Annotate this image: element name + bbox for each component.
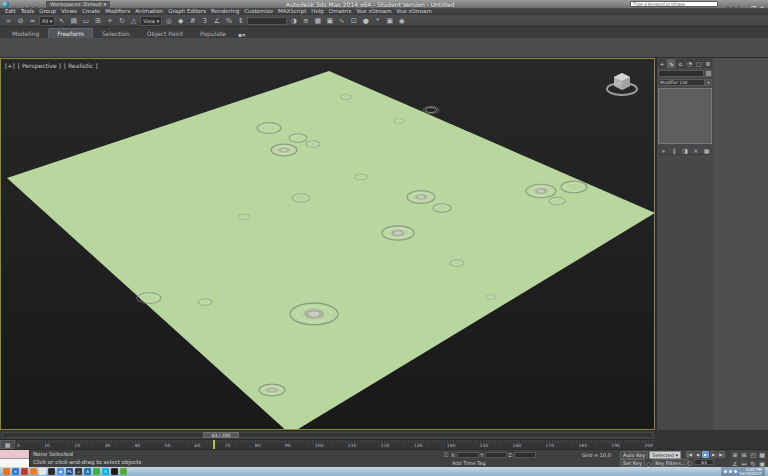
percent-snap-icon[interactable]: % xyxy=(223,16,234,26)
modifier-list-dropdown[interactable]: Modifier List xyxy=(658,79,705,86)
material-editor-icon[interactable]: ● xyxy=(360,16,371,26)
taskbar-app-notepad[interactable] xyxy=(39,468,46,475)
set-keys-icon[interactable]: ○ xyxy=(646,460,651,467)
previous-frame-button[interactable]: ◀ xyxy=(694,451,701,458)
menu-item[interactable]: Animation xyxy=(135,8,163,15)
selection-region-icon[interactable]: ▭ xyxy=(80,16,91,26)
view-cube[interactable] xyxy=(604,67,640,101)
ribbon-tab[interactable]: Modeling xyxy=(4,29,47,38)
select-object-icon[interactable]: ↖ xyxy=(56,16,67,26)
object-name-field[interactable] xyxy=(658,70,704,77)
modifier-list-arrow-icon[interactable]: ▾ xyxy=(705,79,712,86)
maxscript-mini-listener[interactable] xyxy=(0,450,30,467)
curve-editor-icon[interactable]: ∿ xyxy=(336,16,347,26)
zoom-extents-icon[interactable]: ◰ xyxy=(749,451,757,459)
key-mode-toggle-icon[interactable]: ○ xyxy=(686,459,693,466)
menu-item[interactable]: Graph Editors xyxy=(168,8,206,15)
select-and-manipulate-icon[interactable]: ◆ xyxy=(175,16,186,26)
coordinate-field[interactable] xyxy=(485,452,507,458)
taskbar-app-firefox[interactable] xyxy=(3,468,10,475)
command-tab-modify[interactable]: ∿ xyxy=(667,59,675,68)
auto-key-button[interactable]: Auto Key xyxy=(620,451,648,459)
reference-coordinate-dropdown[interactable]: View ▾ xyxy=(140,16,162,26)
ribbon-options-icon[interactable]: ▪▾ xyxy=(235,31,248,38)
menu-item[interactable]: Group xyxy=(39,8,56,15)
menu-item[interactable]: Views xyxy=(61,8,77,15)
rendered-frame-window-icon[interactable]: ▣ xyxy=(384,16,395,26)
menu-item[interactable]: Vue xStream xyxy=(397,8,432,15)
zoom-icon[interactable]: ⊕ xyxy=(731,451,739,459)
taskbar-app-internet-explorer[interactable]: e xyxy=(12,468,19,475)
zoom-all-icon[interactable]: ⊞ xyxy=(740,451,748,459)
menu-item[interactable]: Ornatrix xyxy=(329,8,352,15)
remove-modifier-button[interactable]: × xyxy=(691,146,700,154)
add-time-tag-button[interactable]: Add Time Tag xyxy=(442,460,486,466)
menu-item[interactable]: Edit xyxy=(5,8,16,15)
command-tab-motion[interactable]: ◔ xyxy=(686,59,694,68)
select-and-scale-icon[interactable]: △ xyxy=(128,16,139,26)
macro-recorder-pane[interactable] xyxy=(0,450,29,459)
unlink-selection-icon[interactable]: ⊘ xyxy=(15,16,26,26)
track-bar-ruler[interactable]: 0102030405060708090100110120130140150160… xyxy=(15,440,655,449)
time-slider[interactable]: 63 / 200 xyxy=(0,430,655,439)
window-crossing-icon[interactable]: ⊞ xyxy=(92,16,103,26)
select-and-link-icon[interactable]: ∞ xyxy=(3,16,14,26)
taskbar-app-unity[interactable]: ◇ xyxy=(75,468,82,475)
taskbar-clock[interactable]: 4:02 PM 16/10/2021 xyxy=(739,468,762,476)
play-animation-button[interactable]: ▶ xyxy=(702,451,709,458)
viewport-shading-menu[interactable]: [ Realistic ] xyxy=(64,62,98,69)
taskbar-app-skype[interactable]: S xyxy=(102,468,109,475)
align-icon[interactable]: ≡ xyxy=(300,16,311,26)
command-tab-utilities[interactable]: ≣ xyxy=(704,59,712,68)
water-plane[interactable] xyxy=(7,71,655,430)
time-slider-handle[interactable]: 63 / 200 xyxy=(203,432,239,438)
bind-to-space-warp-icon[interactable]: ≈ xyxy=(27,16,38,26)
taskbar-app-photoshop[interactable]: Ps xyxy=(66,468,73,475)
ribbon-tab[interactable]: Populate xyxy=(192,29,234,38)
pin-stack-button[interactable]: ⌖ xyxy=(659,146,668,154)
zoom-extents-all-icon[interactable]: ▦ xyxy=(758,451,766,459)
menu-item[interactable]: Modifiers xyxy=(105,8,130,15)
ribbon-tab[interactable]: Selection xyxy=(94,29,138,38)
taskbar-app-chrome[interactable]: ◉ xyxy=(57,468,64,475)
viewport-general-menu[interactable]: [+] xyxy=(5,62,15,69)
set-key-button[interactable]: Set Key xyxy=(620,459,645,467)
time-slider-track[interactable] xyxy=(2,432,653,438)
menu-item[interactable]: Tools xyxy=(21,8,35,15)
select-by-name-icon[interactable]: ▤ xyxy=(68,16,79,26)
command-tab-create[interactable]: + xyxy=(658,59,666,68)
show-end-result-button[interactable]: ∥ xyxy=(670,146,679,154)
tray-icon[interactable] xyxy=(734,470,737,473)
current-frame-field[interactable]: 63 xyxy=(694,459,714,465)
render-setup-icon[interactable]: * xyxy=(372,16,383,26)
select-and-move-icon[interactable]: + xyxy=(104,16,115,26)
mini-curve-editor-button[interactable]: ▦ xyxy=(0,440,15,449)
mirror-icon[interactable]: ◑ xyxy=(288,16,299,26)
next-frame-button[interactable]: ▶ xyxy=(710,451,717,458)
menu-item[interactable]: Rendering xyxy=(211,8,239,15)
ribbon-tab[interactable]: Freeform xyxy=(48,28,93,38)
select-and-rotate-icon[interactable]: ↻ xyxy=(116,16,127,26)
angle-snap-icon[interactable]: ∠ xyxy=(211,16,222,26)
go-to-start-button[interactable]: |◀ xyxy=(686,451,693,458)
perspective-viewport[interactable]: [+][ Perspective ][ Realistic ] xyxy=(0,58,655,430)
spinner-snap-icon[interactable]: ↕ xyxy=(235,16,246,26)
key-filters-button[interactable]: Key Filters... xyxy=(652,459,688,467)
keyboard-override-icon[interactable]: # xyxy=(187,16,198,26)
menu-item[interactable]: Help xyxy=(311,8,324,15)
taskbar-app-dark-round[interactable] xyxy=(111,468,118,475)
selection-lock-toggle-icon[interactable]: ⚿ xyxy=(442,451,450,459)
key-selection-dropdown[interactable]: Selected ▾ xyxy=(649,451,681,459)
command-tab-display[interactable]: ▢ xyxy=(695,59,703,68)
object-color-swatch[interactable] xyxy=(705,70,712,77)
make-unique-button[interactable]: ◨ xyxy=(681,146,690,154)
viewport-pov-menu[interactable]: [ Perspective ] xyxy=(18,62,61,69)
render-production-icon[interactable]: ◉ xyxy=(396,16,407,26)
taskbar-app-orange[interactable] xyxy=(30,468,37,475)
tray-icon[interactable] xyxy=(729,470,732,473)
coordinate-field[interactable] xyxy=(514,452,536,458)
taskbar-app-red[interactable] xyxy=(21,468,28,475)
command-tab-hierarchy[interactable]: ⌂ xyxy=(676,59,684,68)
use-pivot-center-icon[interactable]: ◎ xyxy=(163,16,174,26)
taskbar-app-folder-dark[interactable] xyxy=(48,468,55,475)
